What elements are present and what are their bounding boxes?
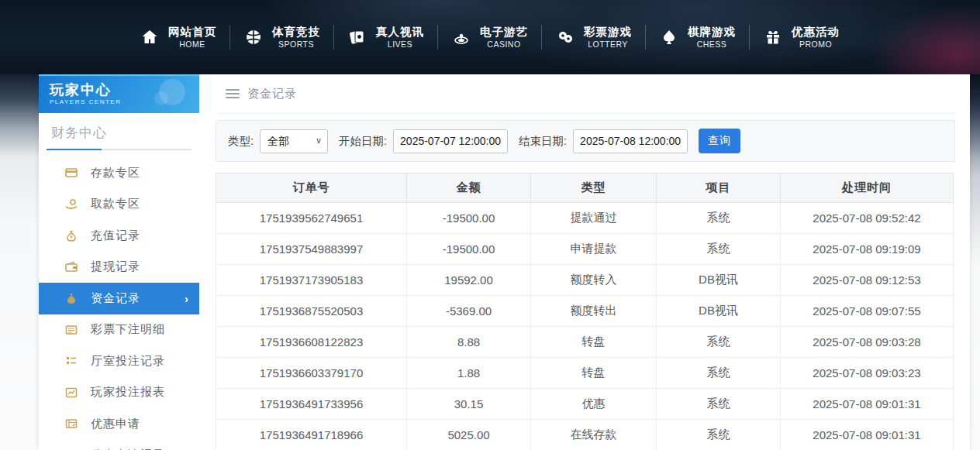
type: 在线存款 <box>531 420 657 450</box>
live-cards-icon <box>347 27 368 47</box>
withdraw-wallet-icon <box>65 261 78 273</box>
sidebar-item-lottery-bet-detail[interactable]: 彩票下注明细 <box>39 314 199 346</box>
col-process-time: 处理时间 <box>781 173 954 203</box>
order-number: 1751937549883997 <box>216 234 407 265</box>
table-row: 1751939562749651 -19500.00 提款通过 系统 2025-… <box>216 203 954 234</box>
type: 提款通过 <box>531 203 657 234</box>
col-type: 类型 <box>531 173 657 203</box>
type: 申请提款 <box>531 234 657 265</box>
project: 系统 <box>657 327 781 358</box>
process-time: 2025-07-08 09:07:55 <box>781 296 954 327</box>
process-time: 2025-07-08 09:03:23 <box>781 358 954 389</box>
amount: 8.88 <box>407 327 531 358</box>
section-divider <box>47 149 192 150</box>
type: 优惠 <box>531 389 657 420</box>
amount: -19500.00 <box>407 234 531 265</box>
amount: -5369.00 <box>407 296 531 327</box>
project: 系统 <box>657 234 781 265</box>
lottery-detail-icon <box>65 324 78 336</box>
process-time: 2025-07-08 09:12:53 <box>781 265 954 296</box>
casino-roulette-icon <box>451 27 471 47</box>
order-number: 1751937173905183 <box>216 265 407 296</box>
type: 转盘 <box>531 358 657 389</box>
chess-spade-icon <box>659 27 679 47</box>
end-date-label: 结束日期: <box>519 134 567 149</box>
nav-menu: 网站首页 HOME 体育竞技 SPORTS 真人视讯 LIVES <box>126 0 853 74</box>
players-center-header[interactable]: 玩家中心 PLAYERS CENTER <box>39 74 199 113</box>
sidebar-item-withdrawal-records[interactable]: 提现记录 <box>39 252 199 283</box>
top-navigation: 网站首页 HOME 体育竞技 SPORTS 真人视讯 LIVES <box>0 0 980 74</box>
project: 系统 <box>657 358 781 389</box>
promo-gift-icon <box>763 27 783 47</box>
col-project: 项目 <box>657 173 781 203</box>
process-time: 2025-07-08 09:19:09 <box>781 234 954 265</box>
amount: 30.15 <box>407 389 531 420</box>
project: 系统 <box>657 420 781 450</box>
amount: 1.88 <box>407 358 531 389</box>
content-panel: 玩家中心 PLAYERS CENTER 财务中心 存款专区 取款专区 ¥ <box>39 74 970 450</box>
type: 额度转入 <box>531 265 657 296</box>
process-time: 2025-07-08 09:03:28 <box>781 327 954 358</box>
project: 系统 <box>657 203 781 234</box>
sports-ball-icon <box>243 27 264 47</box>
type: 转盘 <box>531 327 657 358</box>
process-time: 2025-07-08 09:01:31 <box>781 420 954 450</box>
start-date-input[interactable] <box>393 129 508 153</box>
hall-bet-list-icon <box>65 355 78 367</box>
sidebar-item-withdraw-zone[interactable]: 取款专区 <box>39 189 199 221</box>
sidebar: 玩家中心 PLAYERS CENTER 财务中心 存款专区 取款专区 ¥ <box>39 74 199 450</box>
main-content: 资金记录 类型: 全部 ∨ 开始日期: 结束日期: 查询 订单号 金额 类 <box>216 74 955 450</box>
sidebar-item-recharge-records[interactable]: ¥ 充值记录 <box>39 220 199 252</box>
promo-apply-icon <box>65 417 78 430</box>
sidebar-item-deposit-zone[interactable]: 存款专区 <box>39 157 199 189</box>
hamburger-menu-icon[interactable] <box>226 87 240 101</box>
filter-bar: 类型: 全部 ∨ 开始日期: 结束日期: 查询 <box>216 120 955 162</box>
lottery-balls-icon <box>555 27 575 47</box>
order-number: 1751936603379170 <box>216 358 407 389</box>
col-amount: 金额 <box>407 173 531 203</box>
nav-item-chess[interactable]: 棋牌游戏 CHESS <box>646 15 749 60</box>
sidebar-item-promo-apply[interactable]: 优惠申请 <box>39 408 199 440</box>
table-row: 1751936491733956 30.15 优惠 系统 2025-07-08 … <box>216 389 954 420</box>
sidebar-item-player-bet-report[interactable]: 玩家投注报表 <box>39 377 199 409</box>
project: DB视讯 <box>657 296 781 327</box>
table-header-row: 订单号 金额 类型 项目 处理时间 <box>216 173 954 203</box>
sidebar-item-funds-records[interactable]: 资金记录 › <box>39 283 199 314</box>
col-order-number: 订单号 <box>216 173 407 203</box>
withdraw-coin-icon <box>65 198 78 211</box>
svg-text:¥: ¥ <box>70 235 73 240</box>
recharge-bag-icon: ¥ <box>65 229 78 242</box>
type: 额度转出 <box>531 296 657 327</box>
chevron-right-icon: › <box>185 292 188 305</box>
table-row: 1751936603379170 1.88 转盘 系统 2025-07-08 0… <box>216 358 954 389</box>
table-row: 1751936608122823 8.88 转盘 系统 2025-07-08 0… <box>216 327 954 358</box>
table-row: 1751936875520503 -5369.00 额度转出 DB视讯 2025… <box>216 296 954 327</box>
sidebar-item-promo-apply-records[interactable]: 优惠申请记录 <box>39 440 199 450</box>
sidebar-item-hall-bet-records[interactable]: 厅室投注记录 <box>39 345 199 377</box>
process-time: 2025-07-08 09:52:42 <box>781 203 954 234</box>
nav-item-casino[interactable]: 电子游艺 CASINO <box>438 15 541 60</box>
order-number: 1751936875520503 <box>216 296 407 327</box>
amount: 19592.00 <box>407 265 531 296</box>
table-row: 1751936491718966 5025.00 在线存款 系统 2025-07… <box>216 420 954 450</box>
funds-bag-icon <box>65 292 78 304</box>
end-date-input[interactable] <box>573 129 688 153</box>
nav-item-lottery[interactable]: 彩票游戏 LOTTERY <box>542 15 645 60</box>
page-title: 资金记录 <box>247 87 297 101</box>
project: 系统 <box>657 389 781 420</box>
query-button[interactable]: 查询 <box>699 129 740 153</box>
table-row: 1751937173905183 19592.00 额度转入 DB视讯 2025… <box>216 265 954 296</box>
nav-item-promo[interactable]: 优惠活动 PROMO <box>750 15 853 60</box>
order-number: 1751936491718966 <box>216 420 407 450</box>
funds-record-table: 订单号 金额 类型 项目 处理时间 1751939562749651 -1950… <box>216 173 954 450</box>
type-select[interactable]: 全部 <box>260 129 328 153</box>
nav-item-home[interactable]: 网站首页 HOME <box>126 15 229 60</box>
process-time: 2025-07-08 09:01:31 <box>781 389 954 420</box>
breadcrumb: 资金记录 <box>216 74 955 114</box>
type-label: 类型: <box>228 134 254 149</box>
amount: -19500.00 <box>407 203 531 234</box>
nav-item-lives[interactable]: 真人视讯 LIVES <box>334 15 437 60</box>
player-report-icon <box>65 386 78 399</box>
circle-decoration <box>154 91 168 105</box>
nav-item-sports[interactable]: 体育竞技 SPORTS <box>230 15 333 60</box>
